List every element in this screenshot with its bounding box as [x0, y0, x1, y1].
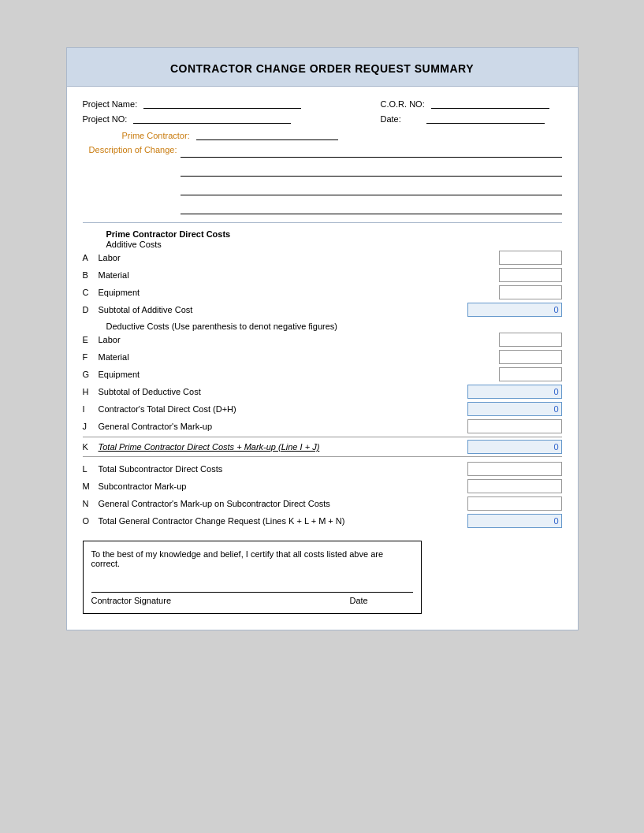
line-c-letter: C — [83, 288, 99, 297]
form-header: CONTRACTOR CHANGE ORDER REQUEST SUMMARY — [67, 48, 578, 87]
line-h-row: H Subtotal of Deductive Cost — [83, 385, 562, 399]
cor-no-input[interactable] — [431, 96, 549, 109]
line-l-letter: L — [83, 464, 99, 474]
line-k-label: Total Prime Contractor Direct Costs + Ma… — [99, 442, 467, 452]
line-g-input[interactable] — [499, 367, 562, 381]
additive-costs-title: Additive Costs — [106, 240, 562, 249]
line-i-input[interactable] — [467, 402, 562, 416]
line-n-label: General Contractor's Mark-up on Subcontr… — [99, 499, 467, 508]
line-b-row: B Material — [83, 268, 562, 282]
form-page: CONTRACTOR CHANGE ORDER REQUEST SUMMARY … — [66, 47, 579, 630]
project-name-label: Project Name: — [83, 99, 138, 109]
line-c-row: C Equipment — [83, 285, 562, 299]
prime-contractor-row: Prime Contractor: — [122, 128, 562, 140]
line-g-letter: G — [83, 370, 99, 379]
project-name-row: Project Name: — [83, 96, 381, 109]
description-line-4[interactable] — [181, 202, 562, 214]
line-e-row: E Labor — [83, 333, 562, 347]
line-a-letter: A — [83, 253, 99, 262]
date-row: Date: — [381, 111, 562, 124]
line-f-row: F Material — [83, 350, 562, 364]
line-j-label: General Contractor's Mark-up — [99, 422, 467, 431]
project-no-row: Project NO: — [83, 111, 381, 124]
prime-contractor-input[interactable] — [196, 128, 338, 140]
line-f-label: Material — [99, 352, 499, 362]
line-e-label: Labor — [99, 335, 499, 344]
prime-contractor-label: Prime Contractor: — [122, 131, 190, 140]
top-fields: Project Name: Project NO: C.O.R. NO: Dat… — [83, 96, 562, 126]
line-i-label: Contractor's Total Direct Cost (D+H) — [99, 404, 467, 414]
line-h-label: Subtotal of Deductive Cost — [99, 387, 467, 396]
line-j-letter: J — [83, 422, 99, 431]
line-o-letter: O — [83, 516, 99, 526]
date-input[interactable] — [426, 111, 545, 124]
line-e-letter: E — [83, 335, 99, 344]
right-fields: C.O.R. NO: Date: — [381, 96, 562, 126]
line-m-row: M Subcontractor Mark-up — [83, 479, 562, 493]
line-f-letter: F — [83, 352, 99, 362]
line-o-input[interactable] — [467, 514, 562, 528]
line-h-letter: H — [83, 387, 99, 396]
description-line-3[interactable] — [181, 183, 562, 195]
project-no-input[interactable] — [133, 111, 291, 124]
line-j-input[interactable] — [467, 419, 562, 433]
costs-section: Prime Contractor Direct Costs Additive C… — [83, 229, 562, 528]
contractor-signature-label: Contractor Signature — [91, 596, 350, 605]
certification-text: To the best of my knowledge and belief, … — [91, 549, 413, 568]
description-lines — [181, 145, 562, 214]
description-line-2[interactable] — [181, 164, 562, 177]
line-a-row: A Labor — [83, 251, 562, 265]
certification-box: To the best of my knowledge and belief, … — [83, 541, 422, 614]
line-o-label: Total General Contractor Change Request … — [99, 516, 467, 526]
line-i-row: I Contractor's Total Direct Cost (D+H) — [83, 402, 562, 416]
line-j-row: J General Contractor's Mark-up — [83, 419, 562, 433]
line-c-input[interactable] — [499, 285, 562, 299]
deductive-costs-title: Deductive Costs (Use parenthesis to deno… — [106, 322, 562, 331]
certification-date-label: Date — [350, 596, 413, 605]
line-e-input[interactable] — [499, 333, 562, 347]
project-name-input[interactable] — [143, 96, 301, 109]
line-b-letter: B — [83, 270, 99, 280]
line-d-row: D Subtotal of Additive Cost — [83, 303, 562, 317]
deductive-costs-title-wrapper: Deductive Costs (Use parenthesis to deno… — [83, 322, 562, 331]
form-title: CONTRACTOR CHANGE ORDER REQUEST SUMMARY — [75, 62, 570, 75]
description-row: Description of Change: — [83, 145, 562, 214]
line-m-letter: M — [83, 482, 99, 491]
line-o-row: O Total General Contractor Change Reques… — [83, 514, 562, 528]
line-a-input[interactable] — [499, 251, 562, 265]
description-label: Description of Change: — [83, 145, 177, 154]
line-m-input[interactable] — [467, 479, 562, 493]
line-l-input[interactable] — [467, 462, 562, 476]
line-g-row: G Equipment — [83, 367, 562, 381]
project-no-label: Project NO: — [83, 114, 128, 124]
cor-no-label: C.O.R. NO: — [381, 99, 425, 109]
left-fields: Project Name: Project NO: — [83, 96, 381, 126]
line-f-input[interactable] — [499, 350, 562, 364]
line-k-row: K Total Prime Contractor Direct Costs + … — [83, 437, 562, 457]
line-c-label: Equipment — [99, 288, 499, 297]
line-b-label: Material — [99, 270, 499, 280]
certification-bottom: Contractor Signature Date — [91, 592, 413, 605]
line-n-input[interactable] — [467, 496, 562, 511]
line-n-letter: N — [83, 499, 99, 508]
line-a-label: Labor — [99, 253, 499, 262]
line-m-label: Subcontractor Mark-up — [99, 482, 467, 491]
line-d-label: Subtotal of Additive Cost — [99, 305, 467, 314]
line-d-letter: D — [83, 305, 99, 314]
line-b-input[interactable] — [499, 268, 562, 282]
line-l-label: Total Subcontractor Direct Costs — [99, 464, 467, 474]
form-body: Project Name: Project NO: C.O.R. NO: Dat… — [67, 87, 578, 630]
line-k-input[interactable] — [467, 440, 562, 454]
line-h-input[interactable] — [467, 385, 562, 399]
line-g-label: Equipment — [99, 370, 499, 379]
date-label: Date: — [381, 114, 420, 124]
line-i-letter: I — [83, 404, 99, 414]
description-line-1[interactable] — [181, 145, 562, 158]
section-divider — [83, 222, 562, 223]
prime-direct-costs-title: Prime Contractor Direct Costs — [106, 229, 562, 239]
cor-no-row: C.O.R. NO: — [381, 96, 562, 109]
line-k-letter: K — [83, 442, 99, 452]
line-l-row: L Total Subcontractor Direct Costs — [83, 462, 562, 476]
line-d-input[interactable] — [467, 303, 562, 317]
line-n-row: N General Contractor's Mark-up on Subcon… — [83, 496, 562, 511]
